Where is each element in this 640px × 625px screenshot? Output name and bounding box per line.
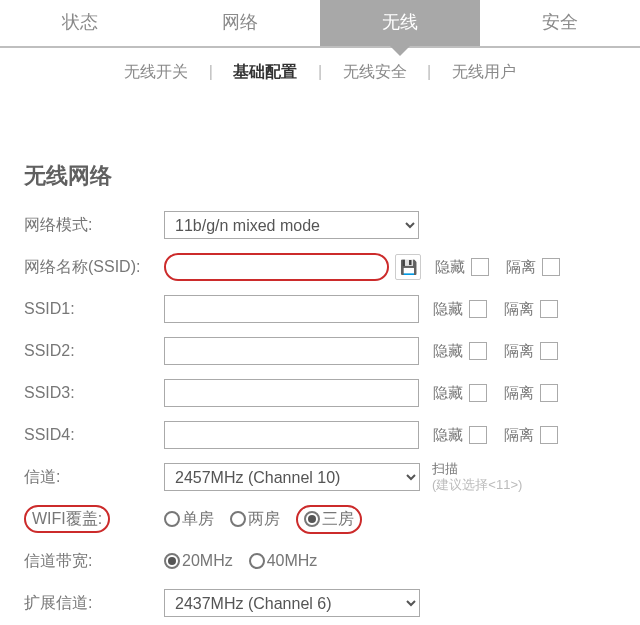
- checkbox-hide-4[interactable]: 隐藏: [433, 423, 490, 447]
- row-ssid4: SSID4: 隐藏 隔离: [24, 419, 624, 451]
- radio-coverage-1room[interactable]: 单房: [164, 509, 214, 530]
- subtab-basic[interactable]: 基础配置: [229, 62, 301, 83]
- label-ssid-main: 网络名称(SSID):: [24, 257, 164, 276]
- tab-network[interactable]: 网络: [160, 0, 320, 46]
- radio-coverage-2room[interactable]: 两房: [230, 509, 280, 530]
- label-bandwidth: 信道带宽:: [24, 551, 164, 570]
- checkbox-isolate-main[interactable]: 隔离: [506, 255, 563, 279]
- radio-bandwidth-40[interactable]: 40MHz: [249, 552, 318, 570]
- tab-active-arrow-icon: [390, 46, 410, 56]
- label-mode: 网络模式:: [24, 215, 164, 234]
- checkbox-hide-1[interactable]: 隐藏: [433, 297, 490, 321]
- input-ssid-main[interactable]: [164, 253, 389, 281]
- save-icon[interactable]: 💾: [395, 254, 421, 280]
- row-bandwidth: 信道带宽: 20MHz 40MHz: [24, 545, 624, 577]
- top-nav: 状态 网络 无线 安全: [0, 0, 640, 48]
- input-ssid2[interactable]: [164, 337, 419, 365]
- row-coverage: WIFI覆盖: 单房 两房 三房: [24, 503, 624, 535]
- radio-icon: [164, 511, 180, 527]
- scan-hint: (建议选择<11>): [432, 477, 522, 493]
- checkbox-isolate-3[interactable]: 隔离: [504, 381, 561, 405]
- checkbox-isolate-4[interactable]: 隔离: [504, 423, 561, 447]
- select-ext-channel[interactable]: 2437MHz (Channel 6): [164, 589, 420, 617]
- input-ssid1[interactable]: [164, 295, 419, 323]
- subnav-separator: |: [415, 63, 443, 81]
- checkbox-isolate-2[interactable]: 隔离: [504, 339, 561, 363]
- radio-icon: [304, 511, 320, 527]
- radio-bandwidth-20[interactable]: 20MHz: [164, 552, 233, 570]
- input-ssid4[interactable]: [164, 421, 419, 449]
- tab-status[interactable]: 状态: [0, 0, 160, 46]
- tab-wireless-label: 无线: [382, 12, 418, 32]
- row-ssid1: SSID1: 隐藏 隔离: [24, 293, 624, 325]
- row-ssid-main: 网络名称(SSID): 💾 隐藏 隔离: [24, 251, 624, 283]
- label-ext-channel: 扩展信道:: [24, 593, 164, 612]
- content-area: 无线网络 网络模式: 11b/g/n mixed mode 网络名称(SSID)…: [0, 91, 640, 625]
- subnav-separator: |: [306, 63, 334, 81]
- checkbox-hide-main[interactable]: 隐藏: [435, 255, 492, 279]
- label-ssid2: SSID2:: [24, 341, 164, 360]
- radio-icon: [230, 511, 246, 527]
- label-ssid4: SSID4:: [24, 425, 164, 444]
- subnav-separator: |: [197, 63, 225, 81]
- label-coverage: WIFI覆盖:: [24, 505, 164, 532]
- tab-wireless[interactable]: 无线: [320, 0, 480, 46]
- subtab-users[interactable]: 无线用户: [448, 62, 520, 83]
- checkbox-hide-2[interactable]: 隐藏: [433, 339, 490, 363]
- row-network-mode: 网络模式: 11b/g/n mixed mode: [24, 209, 624, 241]
- checkbox-hide-3[interactable]: 隐藏: [433, 381, 490, 405]
- label-ssid3: SSID3:: [24, 383, 164, 402]
- radio-icon: [249, 553, 265, 569]
- row-channel: 信道: 2457MHz (Channel 10) 扫描 (建议选择<11>): [24, 461, 624, 493]
- radio-icon: [164, 553, 180, 569]
- highlight-coverage-3room: 三房: [296, 505, 362, 534]
- highlight-coverage-label: WIFI覆盖:: [24, 505, 110, 532]
- input-ssid3[interactable]: [164, 379, 419, 407]
- row-ssid2: SSID2: 隐藏 隔离: [24, 335, 624, 367]
- row-ext-channel: 扩展信道: 2437MHz (Channel 6): [24, 587, 624, 619]
- radio-coverage-3room[interactable]: 三房: [304, 509, 354, 530]
- select-channel[interactable]: 2457MHz (Channel 10): [164, 463, 420, 491]
- section-title: 无线网络: [24, 161, 624, 191]
- checkbox-isolate-1[interactable]: 隔离: [504, 297, 561, 321]
- tab-security[interactable]: 安全: [480, 0, 640, 46]
- label-channel: 信道:: [24, 467, 164, 486]
- subtab-security[interactable]: 无线安全: [339, 62, 411, 83]
- select-network-mode[interactable]: 11b/g/n mixed mode: [164, 211, 419, 239]
- sub-nav: 无线开关 | 基础配置 | 无线安全 | 无线用户: [0, 48, 640, 91]
- subtab-switch[interactable]: 无线开关: [120, 62, 192, 83]
- row-ssid3: SSID3: 隐藏 隔离: [24, 377, 624, 409]
- label-ssid1: SSID1:: [24, 299, 164, 318]
- scan-link[interactable]: 扫描: [432, 461, 522, 477]
